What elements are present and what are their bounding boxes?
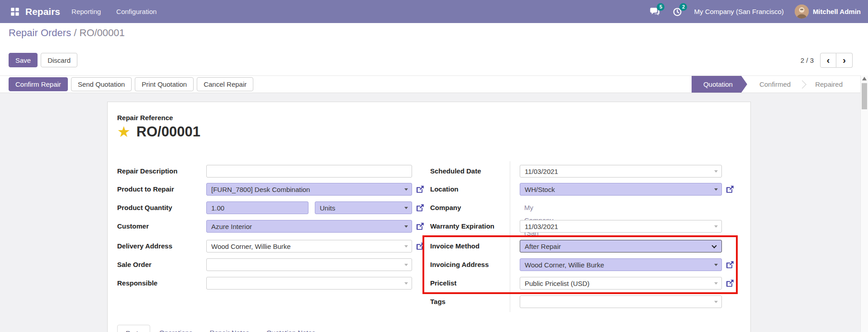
state-repaired[interactable]: Repaired [803,76,855,93]
state-confirmed[interactable]: Confirmed [747,76,803,93]
invoice-method-select[interactable]: After Repair [520,240,722,253]
invoicing-address-input[interactable] [520,258,722,271]
pricelist-label: Pricelist [430,277,456,290]
breadcrumb: Repair Orders / RO/00001 [9,27,125,39]
sale-order-label: Sale Order [117,258,152,271]
menu-reporting[interactable]: Reporting [64,0,109,23]
sale-order-input[interactable] [206,258,412,271]
repair-description-label: Repair Description [117,165,177,178]
select-chevron-icon [711,243,716,248]
invoice-method-value: After Repair [525,243,561,250]
scheduled-date-label: Scheduled Date [430,165,481,178]
delivery-address-input[interactable] [206,240,412,253]
dropdown-arrow-icon[interactable] [404,225,408,228]
dropdown-arrow-icon[interactable] [714,282,718,285]
apps-menu-icon[interactable] [7,4,23,19]
form-sheet: Repair Reference ★ RO/00001 Repair Descr… [107,102,751,332]
product-to-repair-input[interactable] [206,183,412,196]
reference-field-label: Repair Reference [117,114,173,122]
app-name[interactable]: Repairs [25,6,60,17]
menu-configuration[interactable]: Configuration [109,0,164,23]
customer-input[interactable] [206,220,412,233]
tab-quotation-notes[interactable]: Quotation Notes [258,325,323,332]
dropdown-arrow-icon[interactable] [404,282,408,285]
customer-label: Customer [117,220,149,233]
uom-input[interactable] [315,201,412,214]
statusbar: Confirm Repair Send Quotation Print Quot… [0,75,860,93]
send-quotation-button[interactable]: Send Quotation [71,77,132,91]
location-input[interactable] [520,183,722,196]
dropdown-arrow-icon[interactable] [404,245,408,248]
favorite-star-icon[interactable]: ★ [117,124,131,140]
dropdown-arrow-icon[interactable] [714,188,718,191]
pricelist-external-link-icon[interactable] [726,279,735,288]
user-name: Mitchell Admin [813,8,861,15]
warranty-expiration-label: Warranty Expiration [430,220,494,233]
dropdown-arrow-icon[interactable] [404,264,408,266]
activities-count-badge: 2 [679,3,687,11]
tab-parts[interactable]: Parts [117,325,150,332]
breadcrumb-current: RO/00001 [80,27,125,38]
confirm-repair-button[interactable]: Confirm Repair [9,77,68,91]
scheduled-date-input[interactable] [520,165,722,178]
vertical-scrollbar[interactable] [860,75,868,332]
record-pager: 2 / 3 ‹ › [801,53,853,68]
tab-operations[interactable]: Operations [151,325,200,332]
record-title: RO/00001 [137,124,200,140]
location-external-link-icon[interactable] [726,185,735,194]
product-to-repair-label: Product to Repair [117,183,174,196]
dropdown-arrow-icon[interactable] [714,225,718,228]
location-label: Location [430,183,459,196]
record-actions: Save Discard [9,53,77,67]
tab-repair-notes[interactable]: Repair Notes [201,325,257,332]
pager-next-button[interactable]: › [836,53,853,68]
scrollbar-thumb[interactable] [862,83,867,109]
invoicing-address-external-link-icon[interactable] [726,260,735,269]
state-pipeline: Quotation Confirmed Repaired [692,76,855,93]
tags-input[interactable] [520,295,722,308]
company-switcher[interactable]: My Company (San Francisco) [694,8,783,15]
cancel-repair-button[interactable]: Cancel Repair [197,77,253,91]
column-divider [510,161,510,312]
pager-counter: 2 / 3 [801,56,814,64]
print-quotation-button[interactable]: Print Quotation [135,77,194,91]
save-button[interactable]: Save [9,53,38,67]
delivery-address-label: Delivery Address [117,240,172,253]
dropdown-arrow-icon[interactable] [714,264,718,266]
dropdown-arrow-icon[interactable] [404,207,408,209]
dropdown-arrow-icon[interactable] [714,301,718,303]
messages-count-badge: 5 [657,3,664,11]
warranty-expiration-input[interactable] [520,220,722,233]
delivery-address-external-link-icon[interactable] [416,242,425,251]
notebook-tabs: Parts Operations Repair Notes Quotation … [117,325,323,332]
responsible-input[interactable] [206,277,412,290]
company-label: Company [430,201,461,214]
activities-icon[interactable]: 2 [671,6,683,18]
breadcrumb-parent-link[interactable]: Repair Orders [9,27,71,38]
repair-description-input[interactable] [206,165,412,178]
pricelist-input[interactable] [520,277,722,290]
responsible-label: Responsible [117,277,157,290]
product-quantity-input[interactable] [206,201,308,214]
tags-label: Tags [430,295,446,308]
product-external-link-icon[interactable] [416,185,425,194]
customer-external-link-icon[interactable] [416,222,425,231]
state-quotation[interactable]: Quotation [692,76,747,93]
form-view-background: Repair Reference ★ RO/00001 Repair Descr… [0,93,860,332]
dropdown-arrow-icon[interactable] [404,188,408,191]
user-menu[interactable]: Mitchell Admin [795,5,861,19]
top-navbar: Repairs Reporting Configuration 5 2 My C… [0,0,868,23]
user-avatar [795,5,809,19]
product-quantity-label: Product Quantity [117,201,172,214]
scrollbar-up-arrow[interactable] [862,77,867,80]
invoice-method-label: Invoice Method [430,240,479,253]
discard-button[interactable]: Discard [41,53,77,67]
messages-icon[interactable]: 5 [649,6,660,18]
dropdown-arrow-icon[interactable] [714,170,718,173]
uom-external-link-icon[interactable] [416,203,425,212]
invoicing-address-label: Invoicing Address [430,258,489,271]
pager-previous-button[interactable]: ‹ [820,53,836,68]
breadcrumb-separator: / [71,27,79,38]
